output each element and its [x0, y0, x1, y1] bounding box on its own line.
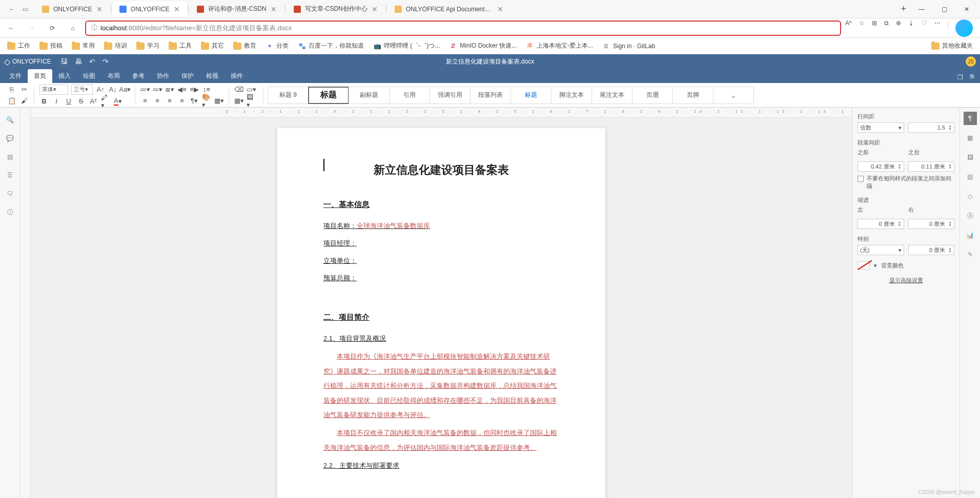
clear-style-button[interactable]: ⌫ — [234, 85, 243, 94]
section-basic-info[interactable]: 一、基本信息 — [323, 197, 559, 212]
window-minimize-button[interactable]: — — [910, 1, 933, 18]
indent-dec-button[interactable]: ◀≡ — [177, 85, 187, 94]
bookmark-folder-5[interactable]: 工具 — [166, 40, 195, 52]
number-list-button[interactable]: ≕▾ — [153, 85, 162, 94]
style-2[interactable]: 副标题 — [349, 87, 390, 104]
field-2[interactable]: 立项单位： — [323, 254, 559, 267]
undo-icon[interactable]: ↶ — [89, 57, 95, 66]
other-bookmarks-folder[interactable]: 其他收藏夹 — [928, 40, 976, 52]
style-3[interactable]: 引用 — [389, 87, 430, 104]
change-case-button[interactable]: Aa▾ — [120, 85, 130, 94]
styles-more-button[interactable]: ⌄ — [713, 87, 754, 104]
read-aloud-icon[interactable]: Aᵇ — [845, 19, 852, 37]
paragraph-settings-icon[interactable]: ¶ — [964, 112, 977, 125]
align-left-button[interactable]: ≡ — [140, 96, 150, 106]
align-right-button[interactable]: ≡ — [165, 96, 174, 106]
special-indent-input[interactable]: 0 厘米▲▼ — [908, 245, 955, 255]
bold-button[interactable]: B — [39, 97, 49, 106]
browser-tab-3[interactable]: 写文章-CSDN创作中心✕ — [287, 2, 385, 17]
document-area[interactable]: 3 · 1 · 2 · 1 · 1 · 1 · X · 1 · 1 · 1 · … — [31, 108, 852, 498]
font-inc-button[interactable]: A↑ — [96, 85, 105, 94]
find-icon[interactable]: 🔍 — [4, 114, 16, 126]
back-arrow-icon[interactable]: ← — [8, 6, 15, 13]
line-spacing-type-select[interactable]: 倍数▾ — [858, 122, 904, 133]
font-family-select[interactable]: 宋体 ▾ — [39, 85, 68, 95]
underline-button[interactable]: U — [64, 97, 73, 106]
bookmark-folder-7[interactable]: 教育 — [230, 40, 259, 52]
sub-22[interactable]: 2.2、主要技术与部署要求 — [323, 459, 559, 472]
highlight-button[interactable]: 🖍▾ — [101, 97, 110, 106]
tab-overview-icon[interactable]: ▭ — [22, 6, 29, 13]
header-settings-icon[interactable]: ▤ — [964, 170, 977, 183]
downloads-icon[interactable]: ⭳ — [908, 19, 914, 37]
field-3[interactable]: 预算总额： — [323, 272, 559, 285]
doc-title[interactable]: 新立信息化建设项目备案表 — [323, 159, 559, 181]
field-0[interactable]: 项目名称：全球海洋油气装备数据库 — [323, 219, 559, 233]
user-avatar[interactable]: JS — [966, 56, 976, 67]
paragraph-2[interactable]: 本项目不仅收录了国内相关海洋油气装备的数据，也同时也收录了国际上相关海洋油气装备… — [323, 426, 559, 455]
chart-settings-icon[interactable]: 📊 — [964, 229, 977, 242]
bookmark-folder-4[interactable]: 学习 — [133, 40, 162, 52]
indent-left-input[interactable]: 0 厘米▲▼ — [858, 219, 904, 229]
collections-icon[interactable]: ⧉ — [884, 19, 889, 37]
superscript-button[interactable]: A² — [89, 97, 98, 106]
new-tab-button[interactable]: + — [896, 4, 910, 14]
menu-绘图[interactable]: 绘图 — [77, 69, 101, 83]
bookmark-folder-1[interactable]: 投稿 — [36, 40, 66, 52]
feedback-icon[interactable]: ⓘ — [4, 206, 16, 218]
extensions-icon[interactable]: ⊞ — [872, 19, 877, 37]
style-0[interactable]: 标题 9 — [268, 87, 309, 104]
format-painter-button[interactable]: 🖌 — [19, 96, 29, 106]
save-icon[interactable]: 🖫 — [60, 57, 68, 66]
dont-add-space-checkbox[interactable]: 不要在相同样式的段落之间添加间隔 — [858, 175, 954, 190]
special-indent-select[interactable]: (无)▾ — [858, 245, 904, 255]
spacing-after-input[interactable]: 0.11 厘米▲▼ — [908, 161, 955, 172]
borders-button[interactable]: ▦▾ — [214, 96, 223, 106]
menu-保护[interactable]: 保护 — [175, 69, 200, 83]
signature-settings-icon[interactable]: ✎ — [964, 248, 977, 261]
browser-tab-0[interactable]: ONLYOFFICE✕ — [35, 2, 110, 17]
open-file-icon[interactable]: ❐ — [957, 74, 963, 81]
document-page[interactable]: 新立信息化建设项目备案表 一、基本信息 项目名称：全球海洋油气装备数据库项目经理… — [277, 128, 605, 498]
more-icon[interactable]: ⋯ — [934, 19, 941, 37]
bookmark-link-2[interactable]: 📺哔哩哔哩 (゜-゜)つ... — [370, 40, 443, 52]
copilot-icon[interactable] — [955, 19, 973, 37]
style-5[interactable]: 段落列表 — [470, 87, 511, 104]
menu-插件[interactable]: 插件 — [224, 69, 249, 83]
bookmark-folder-0[interactable]: 工作 — [4, 40, 33, 52]
site-info-icon[interactable]: ⓘ — [91, 24, 97, 32]
tab-close-button[interactable]: ✕ — [497, 5, 503, 13]
bg-color-row[interactable]: ▾ 背景颜色 — [858, 261, 954, 269]
section-project-intro[interactable]: 二、项目简介 — [323, 309, 559, 325]
bookmark-folder-2[interactable]: 常用 — [69, 40, 98, 52]
font-color-button[interactable]: A▾ — [113, 97, 122, 106]
sub-21[interactable]: 2.1、项目背景及概况 — [323, 332, 559, 345]
align-center-button[interactable]: ≡ — [153, 96, 162, 106]
paste-button[interactable]: 📋 — [7, 96, 16, 106]
insert-image-button[interactable]: 🖼▾ — [247, 96, 256, 106]
nav-home-button[interactable]: ⌂ — [65, 20, 81, 36]
comments-icon[interactable]: 💬 — [4, 132, 16, 144]
browser-tab-1[interactable]: ONLYOFFICE✕ — [112, 2, 187, 17]
strike-button[interactable]: S — [76, 97, 86, 106]
menu-检视[interactable]: 检视 — [200, 69, 224, 83]
shading-button[interactable]: 🎨▾ — [202, 96, 211, 106]
menu-参考[interactable]: 参考 — [126, 69, 151, 83]
nav-forward-button[interactable]: → — [24, 20, 40, 36]
tab-close-button[interactable]: ✕ — [372, 5, 378, 13]
shape-settings-icon[interactable]: ◇ — [964, 190, 977, 203]
indent-right-input[interactable]: 0 厘米▲▼ — [908, 219, 955, 229]
style-6[interactable]: 标题 — [511, 87, 552, 104]
font-size-select[interactable]: 三号 ▾ — [71, 85, 93, 95]
bookmark-link-1[interactable]: 🐾百度一下，你就知道 — [295, 40, 367, 52]
bookmark-link-3[interactable]: ⇵MinIO Docker 快速... — [446, 40, 520, 52]
menu-协作[interactable]: 协作 — [151, 69, 175, 83]
menu-文件[interactable]: 文件 — [3, 69, 28, 83]
cut-button[interactable]: ✂ — [19, 85, 29, 94]
indent-inc-button[interactable]: ≡▶ — [190, 85, 199, 94]
performance-icon[interactable]: ♡ — [922, 19, 927, 37]
address-bar[interactable]: ⓘ localhost:8080/editor?fileName=新立信息化建设… — [85, 20, 841, 36]
tab-close-button[interactable]: ✕ — [96, 5, 103, 13]
tab-close-button[interactable]: ✕ — [174, 5, 180, 13]
window-maximize-button[interactable]: ▢ — [933, 1, 955, 18]
